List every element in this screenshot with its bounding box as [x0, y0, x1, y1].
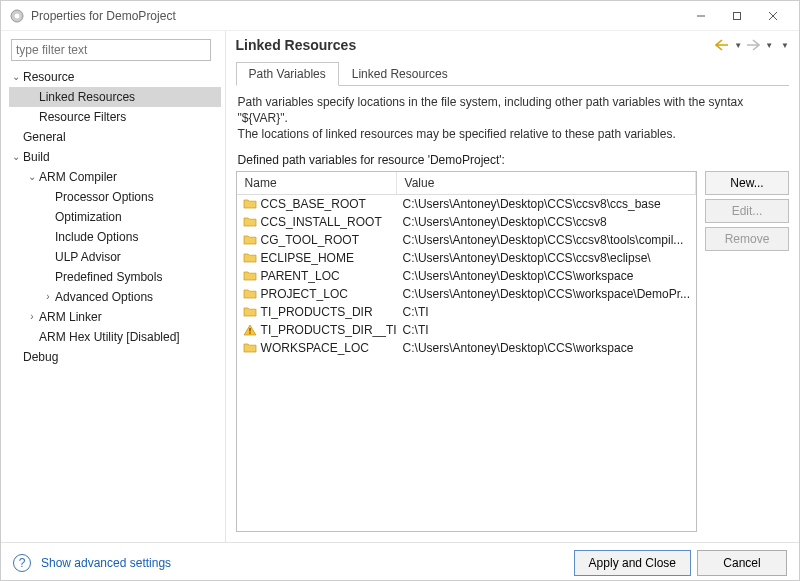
warning-icon	[243, 324, 257, 335]
table-row[interactable]: TI_PRODUCTS_DIR__TIR...C:\TI	[237, 321, 696, 339]
tree-item[interactable]: General	[9, 127, 221, 147]
forward-button[interactable]	[744, 37, 762, 53]
tree-item[interactable]: Predefined Symbols	[9, 267, 221, 287]
row-name: CCS_INSTALL_ROOT	[261, 215, 382, 229]
folder-icon	[243, 198, 257, 209]
row-name: PROJECT_LOC	[261, 287, 348, 301]
row-name: PARENT_LOC	[261, 269, 340, 283]
folder-icon	[243, 342, 257, 353]
tree-item[interactable]: Linked Resources	[9, 87, 221, 107]
tree-item[interactable]: ›Advanced Options	[9, 287, 221, 307]
tree-item-label: Resource Filters	[39, 108, 126, 126]
table-row[interactable]: WORKSPACE_LOCC:\Users\Antoney\Desktop\CC…	[237, 339, 696, 357]
row-name: CCS_BASE_ROOT	[261, 197, 366, 211]
tree-item-label: General	[23, 128, 66, 146]
row-name: CG_TOOL_ROOT	[261, 233, 359, 247]
table-row[interactable]: PARENT_LOCC:\Users\Antoney\Desktop\CCS\w…	[237, 267, 696, 285]
tree-item[interactable]: ULP Advisor	[9, 247, 221, 267]
row-name: WORKSPACE_LOC	[261, 341, 369, 355]
table-row[interactable]: ECLIPSE_HOMEC:\Users\Antoney\Desktop\CCS…	[237, 249, 696, 267]
tree-item-label: Predefined Symbols	[55, 268, 162, 286]
tree-item[interactable]: ⌄Resource	[9, 67, 221, 87]
page-header: Linked Resources ▼ ▼ ▼	[236, 37, 789, 53]
row-value: C:\Users\Antoney\Desktop\CCS\ccsv8\ccs_b…	[397, 197, 696, 211]
folder-icon	[243, 234, 257, 245]
row-value: C:\Users\Antoney\Desktop\CCS\workspace\D…	[397, 287, 696, 301]
tree-item-label: Linked Resources	[39, 88, 135, 106]
back-button[interactable]	[713, 37, 731, 53]
tree-item-label: Debug	[23, 348, 58, 366]
tree-item-label: Processor Options	[55, 188, 154, 206]
table-row[interactable]: CG_TOOL_ROOTC:\Users\Antoney\Desktop\CCS…	[237, 231, 696, 249]
folder-icon	[243, 216, 257, 227]
tree-item[interactable]: ARM Hex Utility [Disabled]	[9, 327, 221, 347]
row-name: TI_PRODUCTS_DIR__TIR...	[261, 323, 397, 337]
tree-item-label: ULP Advisor	[55, 248, 121, 266]
folder-icon	[243, 288, 257, 299]
row-value: C:\TI	[397, 305, 696, 319]
table-header: Name Value	[237, 172, 696, 195]
page-menu[interactable]: ▼	[781, 41, 789, 50]
close-button[interactable]	[755, 1, 791, 31]
maximize-button[interactable]	[719, 1, 755, 31]
tree-item[interactable]: Processor Options	[9, 187, 221, 207]
svg-rect-6	[249, 328, 250, 332]
tree-item-label: Include Options	[55, 228, 138, 246]
new-button[interactable]: New...	[705, 171, 789, 195]
svg-rect-3	[734, 12, 741, 19]
defined-label: Defined path variables for resource 'Dem…	[238, 153, 787, 167]
col-name[interactable]: Name	[237, 172, 397, 194]
variables-table[interactable]: Name Value CCS_BASE_ROOTC:\Users\Antoney…	[236, 171, 697, 532]
help-icon[interactable]: ?	[13, 554, 31, 572]
desc-line2: The locations of linked resources may be…	[238, 126, 787, 142]
minimize-button[interactable]	[683, 1, 719, 31]
tree-item[interactable]: ⌄Build	[9, 147, 221, 167]
row-value: C:\Users\Antoney\Desktop\CCS\workspace	[397, 341, 696, 355]
tree-item-label: ARM Hex Utility [Disabled]	[39, 328, 180, 346]
svg-rect-7	[249, 332, 250, 333]
row-value: C:\Users\Antoney\Desktop\CCS\ccsv8\eclip…	[397, 251, 696, 265]
tree-item[interactable]: ⌄ARM Compiler	[9, 167, 221, 187]
chevron-down-icon[interactable]: ⌄	[9, 68, 23, 86]
col-value[interactable]: Value	[397, 172, 696, 194]
nav-tree: ⌄ResourceLinked ResourcesResource Filter…	[5, 67, 221, 367]
row-value: C:\Users\Antoney\Desktop\CCS\ccsv8\tools…	[397, 233, 696, 247]
advanced-link[interactable]: Show advanced settings	[41, 556, 171, 570]
tabs: Path VariablesLinked Resources	[236, 61, 789, 86]
row-name: ECLIPSE_HOME	[261, 251, 354, 265]
tree-item-label: Build	[23, 148, 50, 166]
table-row[interactable]: CCS_BASE_ROOTC:\Users\Antoney\Desktop\CC…	[237, 195, 696, 213]
tree-item[interactable]: Include Options	[9, 227, 221, 247]
table-row[interactable]: TI_PRODUCTS_DIRC:\TI	[237, 303, 696, 321]
nav-arrows: ▼ ▼ ▼	[713, 37, 789, 53]
chevron-down-icon[interactable]: ⌄	[25, 168, 39, 186]
remove-button[interactable]: Remove	[705, 227, 789, 251]
row-name: TI_PRODUCTS_DIR	[261, 305, 373, 319]
filter-input[interactable]	[11, 39, 211, 61]
filter-box	[11, 39, 211, 61]
cancel-button[interactable]: Cancel	[697, 550, 787, 576]
app-icon	[9, 8, 25, 24]
edit-button[interactable]: Edit...	[705, 199, 789, 223]
tree-item[interactable]: ›ARM Linker	[9, 307, 221, 327]
tree-item[interactable]: Debug	[9, 347, 221, 367]
chevron-right-icon[interactable]: ›	[25, 308, 39, 326]
svg-point-1	[15, 13, 20, 18]
row-value: C:\Users\Antoney\Desktop\CCS\ccsv8	[397, 215, 696, 229]
tab[interactable]: Linked Resources	[339, 62, 461, 86]
tab[interactable]: Path Variables	[236, 62, 339, 86]
tree-item[interactable]: Optimization	[9, 207, 221, 227]
tree-item[interactable]: Resource Filters	[9, 107, 221, 127]
description: Path variables specify locations in the …	[236, 86, 789, 149]
chevron-down-icon[interactable]: ⌄	[9, 148, 23, 166]
apply-close-button[interactable]: Apply and Close	[574, 550, 691, 576]
folder-icon	[243, 270, 257, 281]
table-row[interactable]: CCS_INSTALL_ROOTC:\Users\Antoney\Desktop…	[237, 213, 696, 231]
forward-menu[interactable]: ▼	[765, 41, 773, 50]
window-buttons	[683, 1, 791, 31]
titlebar: Properties for DemoProject	[1, 1, 799, 31]
window-title: Properties for DemoProject	[31, 9, 683, 23]
table-row[interactable]: PROJECT_LOCC:\Users\Antoney\Desktop\CCS\…	[237, 285, 696, 303]
back-menu[interactable]: ▼	[734, 41, 742, 50]
chevron-right-icon[interactable]: ›	[41, 288, 55, 306]
